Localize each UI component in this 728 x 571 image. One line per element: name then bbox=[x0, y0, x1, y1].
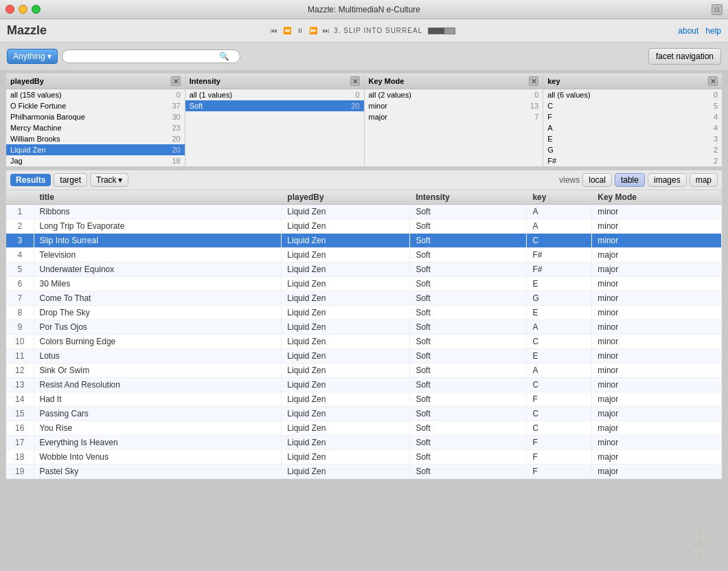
facet-close-keymode[interactable]: ✕ bbox=[529, 76, 538, 86]
table-row[interactable]: 7 Come To That Liquid Zen Soft G minor bbox=[6, 291, 722, 306]
map-view-button[interactable]: map bbox=[690, 173, 718, 187]
maximize-button[interactable] bbox=[32, 5, 41, 14]
facet-row[interactable]: Jag18 bbox=[6, 155, 185, 166]
search-input[interactable] bbox=[68, 52, 219, 61]
cell-num: 4 bbox=[6, 248, 34, 262]
results-label: Results bbox=[10, 174, 51, 186]
table-row[interactable]: 14 Had It Liquid Zen Soft F major bbox=[6, 392, 722, 407]
facet-row[interactable]: all (158 values)0 bbox=[6, 89, 185, 100]
target-tab[interactable]: target bbox=[54, 173, 87, 187]
cell-intensity: Soft bbox=[410, 291, 527, 306]
col-header-keymode[interactable]: Key Mode bbox=[592, 190, 722, 205]
facet-row[interactable]: G2 bbox=[543, 144, 722, 155]
table-row[interactable]: 11 Lotus Liquid Zen Soft E minor bbox=[6, 349, 722, 363]
table-row[interactable]: 12 Sink Or Swim Liquid Zen Soft A minor bbox=[6, 363, 722, 378]
facet-list-key[interactable]: all (6 values)0 C5 F4 A4 E3 G2 F#2 bbox=[543, 89, 722, 166]
facet-row[interactable]: E3 bbox=[543, 133, 722, 144]
cell-intensity: Soft bbox=[410, 262, 527, 277]
transport-pause[interactable]: ⏸ bbox=[295, 25, 305, 36]
transport-end[interactable]: ⏭ bbox=[321, 25, 331, 36]
minimize-button[interactable] bbox=[19, 5, 27, 14]
facet-row[interactable]: F4 bbox=[543, 111, 722, 122]
facet-row[interactable]: F#2 bbox=[543, 155, 722, 166]
cell-intensity: Soft bbox=[410, 378, 527, 392]
table-view-button[interactable]: table bbox=[615, 173, 645, 187]
facet-close-key[interactable]: ✕ bbox=[708, 76, 718, 86]
table-row[interactable]: 18 Wobble Into Venus Liquid Zen Soft F m… bbox=[6, 450, 722, 464]
table-row[interactable]: 5 Underwater Equinox Liquid Zen Soft F# … bbox=[6, 262, 722, 277]
cell-keymode: major bbox=[592, 464, 722, 479]
cell-title: Everything Is Heaven bbox=[34, 436, 282, 450]
facet-row[interactable]: all (1 values)0 bbox=[185, 89, 364, 100]
table-row[interactable]: 1 Ribbons Liquid Zen Soft A minor bbox=[6, 205, 722, 219]
cell-num: 2 bbox=[6, 219, 34, 234]
facet-list-intensity[interactable]: all (1 values)0 Soft20 bbox=[185, 89, 364, 111]
anything-dropdown[interactable]: Anything ▾ bbox=[7, 49, 58, 64]
track-dropdown[interactable]: Track ▾ bbox=[90, 173, 128, 187]
close-button[interactable] bbox=[5, 5, 14, 14]
results-toolbar: Results target Track ▾ views local table… bbox=[6, 170, 722, 190]
transport-prev[interactable]: ⏪ bbox=[282, 25, 293, 36]
track-info: 3. SLIP INTO SURREAL bbox=[334, 27, 422, 34]
table-row[interactable]: 15 Passing Cars Liquid Zen Soft C major bbox=[6, 407, 722, 421]
table-row[interactable]: 16 You Rise Liquid Zen Soft C major bbox=[6, 421, 722, 436]
facet-header-playedby: playedBy ✕ bbox=[6, 74, 185, 89]
facet-row[interactable]: all (6 values)0 bbox=[543, 89, 722, 100]
col-header-playedby[interactable]: playedBy bbox=[282, 190, 410, 205]
table-row[interactable]: 20 Roses Liquid Zen Soft G minor bbox=[6, 479, 722, 480]
facet-row[interactable]: A4 bbox=[543, 122, 722, 133]
resize-button[interactable]: □ bbox=[712, 4, 723, 15]
facet-row[interactable]: C5 bbox=[543, 100, 722, 111]
facet-column-key: key ✕ all (6 values)0 C5 F4 A4 E3 G2 F#2 bbox=[543, 74, 722, 166]
table-row[interactable]: 8 Drop The Sky Liquid Zen Soft E minor bbox=[6, 306, 722, 320]
facet-row[interactable]: William Brooks20 bbox=[6, 133, 185, 144]
facet-close-playedby[interactable]: ✕ bbox=[171, 76, 181, 86]
cell-keymode: minor bbox=[592, 436, 722, 450]
cell-playedby: Liquid Zen bbox=[282, 219, 410, 234]
local-view-button[interactable]: local bbox=[582, 173, 612, 187]
table-wrapper[interactable]: title playedBy Intensity key Key Mode 1 … bbox=[6, 190, 722, 479]
facet-row-selected[interactable]: Soft20 bbox=[185, 100, 364, 111]
facet-row[interactable]: Philharmonia Baroque30 bbox=[6, 111, 185, 122]
facet-row[interactable]: O Fickle Fortune37 bbox=[6, 100, 185, 111]
table-row[interactable]: 4 Television Liquid Zen Soft F# major bbox=[6, 248, 722, 262]
window-controls bbox=[5, 5, 41, 14]
facet-row[interactable]: major7 bbox=[365, 111, 543, 122]
cell-key: A bbox=[527, 363, 592, 378]
facet-navigation-button[interactable]: facet navigation bbox=[648, 48, 721, 65]
table-row[interactable]: 2 Long Trip To Evaporate Liquid Zen Soft… bbox=[6, 219, 722, 234]
facet-header-intensity: Intensity ✕ bbox=[185, 74, 364, 89]
col-header-title[interactable]: title bbox=[34, 190, 282, 205]
cell-keymode: minor bbox=[592, 320, 722, 335]
col-header-intensity[interactable]: Intensity bbox=[410, 190, 527, 205]
table-row[interactable]: 13 Resist And Resolution Liquid Zen Soft… bbox=[6, 378, 722, 392]
table-row[interactable]: 6 30 Miles Liquid Zen Soft E minor bbox=[6, 277, 722, 291]
cell-keymode: minor bbox=[592, 479, 722, 480]
col-header-key[interactable]: key bbox=[527, 190, 592, 205]
about-link[interactable]: about bbox=[678, 26, 698, 36]
transport-start[interactable]: ⏮ bbox=[269, 25, 279, 36]
facet-row[interactable]: Mercy Machine23 bbox=[6, 122, 185, 133]
facet-row-selected[interactable]: Liquid Zen20 bbox=[6, 144, 185, 155]
facet-label-playedby: playedBy bbox=[10, 77, 44, 85]
facet-row[interactable]: minor13 bbox=[365, 100, 543, 111]
facet-list-playedby[interactable]: all (158 values)0 O Fickle Fortune37 Phi… bbox=[6, 89, 185, 166]
facet-close-intensity[interactable]: ✕ bbox=[350, 76, 360, 86]
help-link[interactable]: help bbox=[705, 26, 721, 36]
table-row[interactable]: 10 Colors Burning Edge Liquid Zen Soft C… bbox=[6, 335, 722, 349]
table-row[interactable]: 9 Por Tus Ojos Liquid Zen Soft A minor bbox=[6, 320, 722, 335]
transport-next-frame[interactable]: ⏩ bbox=[308, 25, 319, 36]
cell-key: F bbox=[527, 392, 592, 407]
table-row[interactable]: 17 Everything Is Heaven Liquid Zen Soft … bbox=[6, 436, 722, 450]
facet-header-key: key ✕ bbox=[543, 74, 722, 89]
images-view-button[interactable]: images bbox=[648, 173, 687, 187]
facet-list-keymode[interactable]: all (2 values)0 minor13 major7 bbox=[365, 89, 543, 122]
table-header-row: title playedBy Intensity key Key Mode bbox=[6, 190, 722, 205]
cell-keymode: minor bbox=[592, 378, 722, 392]
cell-title: Resist And Resolution bbox=[34, 378, 282, 392]
facet-row[interactable]: all (2 values)0 bbox=[365, 89, 543, 100]
cell-playedby: Liquid Zen bbox=[282, 349, 410, 363]
table-row[interactable]: 19 Pastel Sky Liquid Zen Soft F major bbox=[6, 464, 722, 479]
table-row[interactable]: 3 Slip Into Surreal Liquid Zen Soft C mi… bbox=[6, 234, 722, 248]
search-icon: 🔍 bbox=[219, 52, 229, 61]
